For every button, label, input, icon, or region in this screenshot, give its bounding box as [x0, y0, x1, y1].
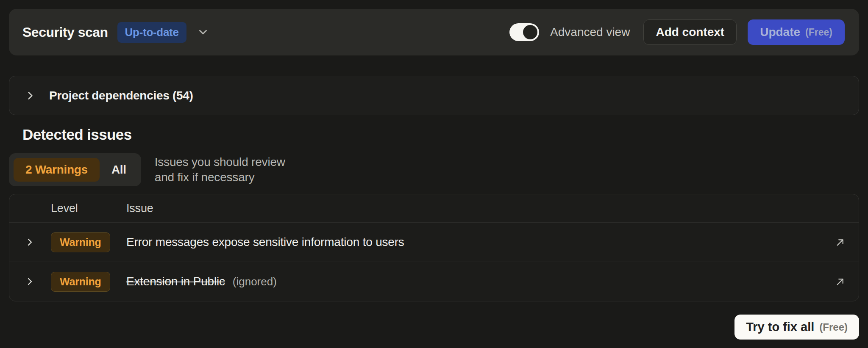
issues-table: Level Issue Warning Error messages expos… [9, 194, 859, 301]
issues-table-body: Warning Error messages expose sensitive … [9, 222, 859, 301]
chevron-right-icon[interactable] [25, 237, 45, 247]
issues-description-line2: and fix if necessary [155, 170, 285, 185]
column-header-issue: Issue [126, 202, 810, 215]
warning-badge: Warning [51, 272, 110, 292]
header-bar: Security scan Up-to-date Advanced view A… [9, 9, 859, 55]
chevron-right-icon[interactable] [25, 276, 45, 287]
warning-badge: Warning [51, 232, 110, 252]
issue-title: Error messages expose sensitive informat… [126, 235, 404, 249]
try-to-fix-all-button[interactable]: Try to fix all (Free) [734, 315, 859, 340]
arrow-up-right-icon[interactable] [835, 237, 846, 248]
arrow-up-right-icon[interactable] [835, 276, 846, 287]
warning-badge-label: Warning [60, 276, 101, 287]
header-title-group: Security scan Up-to-date [22, 22, 209, 43]
try-to-fix-all-sub: (Free) [819, 321, 848, 333]
try-to-fix-all-label: Try to fix all [746, 320, 814, 334]
ignored-label: (ignored) [233, 275, 277, 288]
issues-tab-group: 2 Warnings All [9, 153, 141, 186]
issues-description-line1: Issues you should review [155, 155, 285, 170]
issues-filters-row: 2 Warnings All Issues you should review … [9, 153, 859, 186]
update-button[interactable]: Update (Free) [748, 19, 845, 45]
table-row[interactable]: Warning Extension in Public (ignored) [9, 262, 859, 301]
header-actions: Advanced view Add context Update (Free) [509, 19, 845, 45]
tab-warnings[interactable]: 2 Warnings [14, 158, 100, 182]
column-header-level: Level [51, 202, 120, 215]
advanced-view-label: Advanced view [550, 25, 630, 39]
project-dependencies-panel[interactable]: Project dependencies (54) [9, 76, 859, 115]
update-button-label: Update [760, 25, 800, 39]
tab-all[interactable]: All [101, 158, 136, 182]
update-button-sub: (Free) [805, 27, 832, 38]
detected-issues-heading: Detected issues [22, 126, 859, 143]
advanced-view-toggle[interactable] [509, 23, 539, 41]
footer-actions: Try to fix all (Free) [9, 315, 859, 340]
chevron-right-icon[interactable] [25, 90, 36, 101]
chevron-down-icon[interactable] [197, 26, 209, 39]
status-badge: Up-to-date [117, 22, 186, 43]
warning-badge-label: Warning [60, 236, 101, 248]
table-row[interactable]: Warning Error messages expose sensitive … [9, 222, 859, 262]
security-scan-page: Security scan Up-to-date Advanced view A… [0, 0, 868, 348]
issue-cell: Extension in Public (ignored) [126, 275, 810, 288]
project-dependencies-label: Project dependencies (54) [49, 89, 193, 102]
page-title: Security scan [22, 25, 108, 40]
issues-table-header: Level Issue [9, 194, 859, 222]
toggle-knob [523, 25, 537, 39]
issues-description: Issues you should review and fix if nece… [155, 155, 285, 185]
issue-cell: Error messages expose sensitive informat… [126, 235, 810, 249]
add-context-button[interactable]: Add context [643, 19, 737, 45]
issue-title: Extension in Public [126, 275, 225, 288]
